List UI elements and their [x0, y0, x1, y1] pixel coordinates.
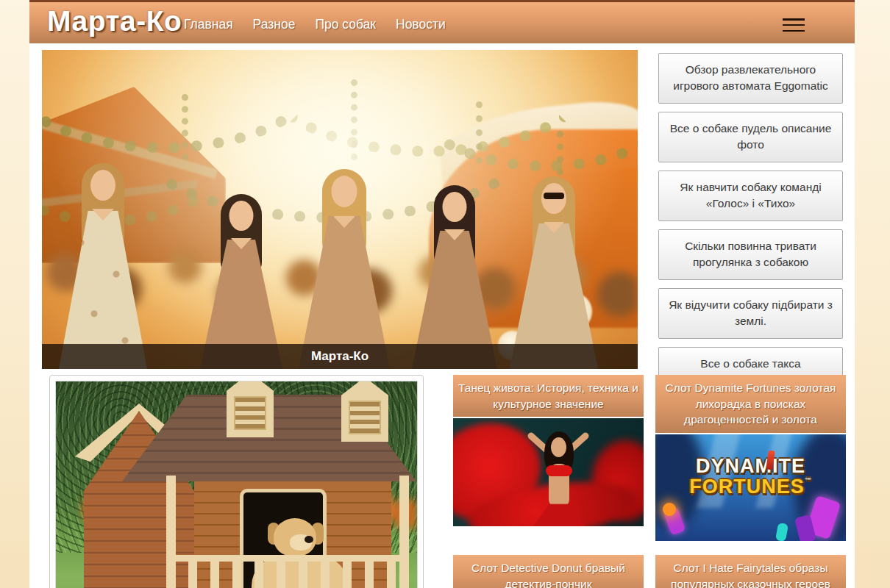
doghouse-image	[55, 381, 418, 588]
sidebar-item-walk-duration[interactable]: Скільки повинна тривати прогулянка з соб…	[658, 229, 843, 280]
hero-woman-figure	[198, 194, 285, 369]
dynamite-fortunes-card: Слот Dynamite Fortunes золотая лихорадка…	[655, 375, 846, 541]
dynamite-fortunes-image[interactable]: DYNAMITE FORTUNES™	[655, 434, 846, 541]
sidebar-item-pickup-habit[interactable]: Як відучити собаку підбирати з землі.	[658, 288, 843, 339]
sunglasses-icon	[544, 193, 564, 199]
nav-item-news[interactable]: Новости	[396, 17, 446, 32]
sidebar-item-poodle[interactable]: Все о собаке пудель описание фото	[658, 112, 843, 162]
hero-woman-figure	[296, 169, 393, 369]
site-header: Марта-Ко Главная Разное Про собак Новост…	[29, 0, 855, 43]
dynamite-fortunes-title[interactable]: Слот Dynamite Fortunes золотая лихорадка…	[655, 375, 846, 433]
hero-caption: Марта-Ко	[42, 344, 638, 369]
sidebar-item-voice-command[interactable]: Як навчити собаку команді «Голос» і «Тих…	[658, 171, 843, 221]
doghouse-dormer	[341, 381, 388, 442]
detective-donut-card: Слот Detective Donut бравый детектив-пон…	[453, 555, 644, 588]
hero-image: Марта-Ко	[42, 50, 638, 369]
glowing-orb	[663, 503, 676, 516]
doghouse-article-card[interactable]	[49, 375, 424, 588]
belly-dance-card: Танец живота: История, техника и культур…	[453, 375, 644, 526]
detective-donut-title[interactable]: Слот Detective Donut бравый детектив-пон…	[453, 555, 644, 588]
hero-woman-figure	[55, 163, 151, 369]
hero-woman-figure	[410, 185, 499, 369]
dog	[305, 536, 313, 543]
doghouse-dormer	[227, 381, 274, 437]
fairytales-card: Слот I Hate Fairytales образы популярных…	[655, 555, 846, 588]
hamburger-menu-icon[interactable]	[783, 18, 805, 32]
nav-item-home[interactable]: Главная	[184, 17, 233, 32]
content-wrapper: Марта-Ко Главная Разное Про собак Новост…	[29, 0, 855, 588]
sidebar: Обзор развлекательного игрового автомата…	[658, 53, 843, 389]
doghouse-railing	[166, 555, 409, 588]
sidebar-item-eggomatic[interactable]: Обзор развлекательного игрового автомата…	[658, 53, 843, 104]
nav-item-misc[interactable]: Разное	[253, 17, 296, 32]
belly-dance-image[interactable]	[453, 418, 644, 526]
crystal	[775, 523, 788, 541]
main-nav: Главная Разное Про собак Новости	[184, 17, 446, 32]
hero-woman-figure	[507, 176, 601, 369]
fairytales-title[interactable]: Слот I Hate Fairytales образы популярных…	[655, 555, 846, 588]
belly-dance-title[interactable]: Танец живота: История, техника и культур…	[453, 375, 644, 417]
nav-item-dogs[interactable]: Про собак	[315, 17, 376, 32]
dynamite-fortunes-logo: DYNAMITE FORTUNES™	[655, 456, 846, 497]
dancer	[546, 465, 572, 476]
site-logo[interactable]: Марта-Ко	[47, 5, 182, 37]
